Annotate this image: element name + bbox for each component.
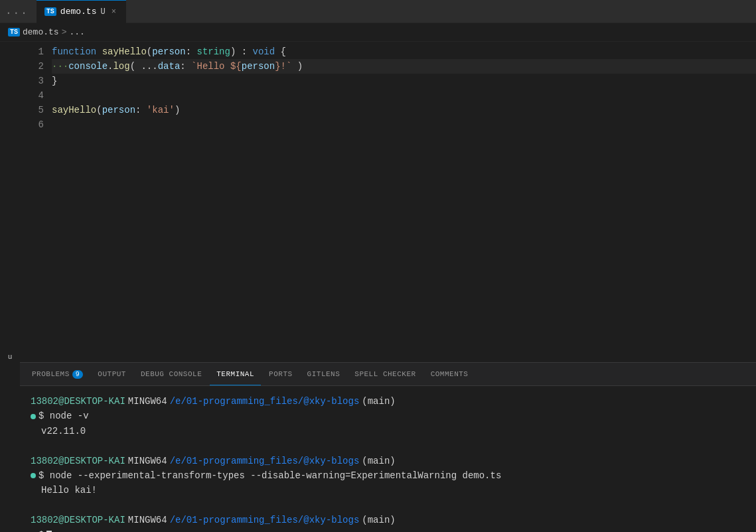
terminal-output-2: Hello kai!: [41, 483, 745, 498]
bullet-2: [31, 473, 36, 478]
code-line-3: }: [52, 74, 756, 88]
breadcrumb: TS demo.ts > ...: [0, 23, 756, 42]
code-line-1: function sayHello(person: string) : void…: [52, 44, 756, 59]
tab-output[interactable]: OUTPUT: [91, 363, 133, 385]
terminal-content[interactable]: 13802@DESKTOP-KAI MINGW64 /e/01-programm…: [20, 386, 756, 532]
tab-ports[interactable]: PORTS: [262, 363, 299, 385]
breadcrumb-separator: >: [62, 27, 67, 37]
breadcrumb-filename[interactable]: demo.ts: [23, 27, 59, 37]
tab-filename: demo.ts: [60, 7, 97, 17]
editor-tab[interactable]: TS demo.ts U ×: [37, 0, 126, 23]
breadcrumb-more[interactable]: ...: [69, 27, 84, 37]
tab-debug-console[interactable]: DEBUG CONSOLE: [134, 363, 208, 385]
terminal-output-1: v22.11.0: [41, 424, 745, 438]
terminal-current-input[interactable]: $: [31, 528, 745, 532]
terminal-prompt-1: 13802@DESKTOP-KAI MINGW64 /e/01-programm…: [31, 394, 745, 409]
code-line-4: [52, 88, 756, 103]
tab-problems[interactable]: PROBLEMS 9: [25, 363, 90, 385]
window-controls: ...: [5, 5, 29, 17]
panel-tabs: PROBLEMS 9 OUTPUT DEBUG CONSOLE TERMINAL…: [20, 363, 756, 386]
terminal-cmd-1: $ node -v: [31, 409, 745, 423]
tab-modified-indicator: U: [100, 7, 105, 17]
title-bar: ... TS demo.ts U ×: [0, 0, 756, 23]
tab-comments[interactable]: COMMENTS: [424, 363, 475, 385]
code-content[interactable]: function sayHello(person: string) : void…: [52, 42, 756, 320]
problems-badge: 9: [72, 370, 84, 379]
terminal-cmd-2: $ node --experimental-transform-types --…: [31, 468, 745, 483]
terminal-panel: PROBLEMS 9 OUTPUT DEBUG CONSOLE TERMINAL…: [20, 362, 756, 532]
terminal-prompt-3: 13802@DESKTOP-KAI MINGW64 /e/01-programm…: [31, 513, 745, 527]
tab-close-button[interactable]: ×: [110, 7, 118, 17]
git-decoration: u: [8, 353, 13, 361]
tab-spell-checker[interactable]: SPELL CHECKER: [348, 363, 422, 385]
breakpoint-indicator: [7, 344, 13, 350]
editor-container: 1 2 3 4 5 6 function sayHello(person: st…: [20, 42, 756, 532]
code-line-5: sayHello(person: 'kai'): [52, 103, 756, 117]
code-line-6: [52, 117, 756, 132]
bullet-1: [31, 414, 36, 419]
left-gutter: u: [0, 42, 20, 532]
terminal-prompt-2: 13802@DESKTOP-KAI MINGW64 /e/01-programm…: [31, 454, 745, 468]
breadcrumb-ts-icon: TS: [8, 28, 20, 36]
code-editor[interactable]: 1 2 3 4 5 6 function sayHello(person: st…: [20, 42, 756, 320]
line-numbers: 1 2 3 4 5 6: [20, 42, 52, 320]
editor-blank-space: [20, 320, 756, 362]
code-line-2: ···console.log( ...data: `Hello ${person…: [52, 59, 756, 74]
tab-terminal[interactable]: TERMINAL: [210, 363, 261, 385]
tab-gitlens[interactable]: GITLENS: [301, 363, 347, 385]
ts-icon: TS: [44, 7, 56, 16]
main-layout: u 1 2 3 4 5 6 function sayHello(person: …: [0, 42, 756, 532]
